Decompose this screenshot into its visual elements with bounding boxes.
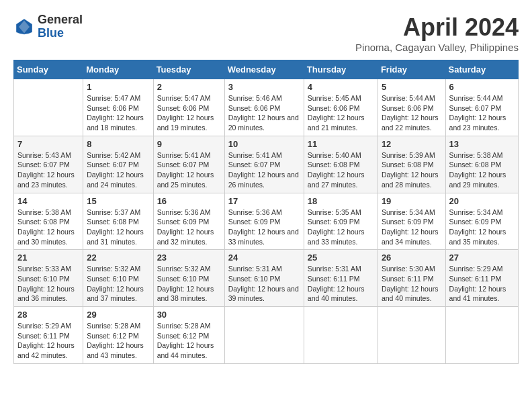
calendar-cell: 5Sunrise: 5:44 AM Sunset: 6:06 PM Daylig…	[378, 79, 445, 136]
calendar-cell: 24Sunrise: 5:31 AM Sunset: 6:10 PM Dayli…	[224, 250, 304, 307]
calendar-cell: 14Sunrise: 5:38 AM Sunset: 6:08 PM Dayli…	[14, 193, 83, 250]
column-header-sunday: Sunday	[14, 60, 83, 79]
cell-info: Sunrise: 5:47 AM Sunset: 6:06 PM Dayligh…	[87, 93, 149, 133]
week-row: 21Sunrise: 5:33 AM Sunset: 6:10 PM Dayli…	[14, 250, 519, 307]
cell-info: Sunrise: 5:30 AM Sunset: 6:11 PM Dayligh…	[382, 264, 442, 304]
calendar-cell: 22Sunrise: 5:32 AM Sunset: 6:10 PM Dayli…	[83, 250, 153, 307]
week-row: 14Sunrise: 5:38 AM Sunset: 6:08 PM Dayli…	[14, 193, 519, 250]
calendar-cell: 19Sunrise: 5:34 AM Sunset: 6:09 PM Dayli…	[378, 193, 445, 250]
logo-text: General Blue	[38, 13, 83, 40]
cell-info: Sunrise: 5:39 AM Sunset: 6:08 PM Dayligh…	[382, 150, 442, 190]
calendar-cell: 26Sunrise: 5:30 AM Sunset: 6:11 PM Dayli…	[378, 250, 445, 307]
day-number: 7	[17, 139, 79, 149]
calendar-cell	[378, 307, 445, 364]
calendar-cell	[14, 79, 83, 136]
column-header-monday: Monday	[83, 60, 153, 79]
day-number: 24	[228, 253, 300, 263]
logo-blue: Blue	[38, 27, 83, 40]
cell-info: Sunrise: 5:31 AM Sunset: 6:10 PM Dayligh…	[228, 264, 300, 304]
day-number: 23	[157, 253, 221, 263]
day-number: 9	[157, 139, 221, 149]
title-section: April 2024 Pinoma, Cagayan Valley, Phili…	[355, 13, 519, 53]
cell-info: Sunrise: 5:36 AM Sunset: 6:09 PM Dayligh…	[228, 208, 300, 247]
cell-info: Sunrise: 5:38 AM Sunset: 6:08 PM Dayligh…	[449, 150, 515, 190]
cell-info: Sunrise: 5:34 AM Sunset: 6:09 PM Dayligh…	[382, 208, 442, 247]
day-number: 10	[228, 139, 300, 149]
calendar-cell: 21Sunrise: 5:33 AM Sunset: 6:10 PM Dayli…	[14, 250, 83, 307]
cell-info: Sunrise: 5:34 AM Sunset: 6:09 PM Dayligh…	[449, 208, 515, 247]
day-number: 6	[449, 82, 515, 92]
cell-info: Sunrise: 5:36 AM Sunset: 6:09 PM Dayligh…	[157, 208, 221, 247]
column-header-tuesday: Tuesday	[153, 60, 224, 79]
cell-info: Sunrise: 5:40 AM Sunset: 6:08 PM Dayligh…	[308, 150, 374, 190]
cell-info: Sunrise: 5:29 AM Sunset: 6:11 PM Dayligh…	[449, 264, 515, 304]
cell-info: Sunrise: 5:45 AM Sunset: 6:06 PM Dayligh…	[308, 93, 374, 133]
calendar-cell: 16Sunrise: 5:36 AM Sunset: 6:09 PM Dayli…	[153, 193, 224, 250]
calendar-cell: 17Sunrise: 5:36 AM Sunset: 6:09 PM Dayli…	[224, 193, 304, 250]
calendar-cell: 6Sunrise: 5:44 AM Sunset: 6:07 PM Daylig…	[445, 79, 518, 136]
day-number: 25	[308, 253, 374, 263]
day-number: 26	[382, 253, 442, 263]
day-number: 30	[157, 310, 221, 320]
logo-icon	[13, 16, 35, 38]
calendar-cell: 7Sunrise: 5:43 AM Sunset: 6:07 PM Daylig…	[14, 136, 83, 193]
logo-general: General	[38, 13, 83, 27]
day-number: 21	[17, 253, 79, 263]
week-row: 7Sunrise: 5:43 AM Sunset: 6:07 PM Daylig…	[14, 136, 519, 193]
day-number: 16	[157, 196, 221, 206]
day-number: 4	[308, 82, 374, 92]
cell-info: Sunrise: 5:32 AM Sunset: 6:10 PM Dayligh…	[87, 264, 149, 304]
cell-info: Sunrise: 5:38 AM Sunset: 6:08 PM Dayligh…	[17, 208, 79, 247]
calendar-cell	[304, 307, 378, 364]
cell-info: Sunrise: 5:44 AM Sunset: 6:06 PM Dayligh…	[382, 93, 442, 133]
calendar-cell: 9Sunrise: 5:41 AM Sunset: 6:07 PM Daylig…	[153, 136, 224, 193]
cell-info: Sunrise: 5:35 AM Sunset: 6:09 PM Dayligh…	[308, 208, 374, 247]
day-number: 20	[449, 196, 515, 206]
calendar-cell: 20Sunrise: 5:34 AM Sunset: 6:09 PM Dayli…	[445, 193, 518, 250]
column-header-thursday: Thursday	[304, 60, 378, 79]
calendar-table: SundayMondayTuesdayWednesdayThursdayFrid…	[13, 60, 519, 364]
day-number: 18	[308, 196, 374, 206]
calendar-cell: 25Sunrise: 5:31 AM Sunset: 6:11 PM Dayli…	[304, 250, 378, 307]
day-number: 3	[228, 82, 300, 92]
location: Pinoma, Cagayan Valley, Philippines	[355, 42, 519, 53]
cell-info: Sunrise: 5:44 AM Sunset: 6:07 PM Dayligh…	[449, 93, 515, 133]
month-title: April 2024	[355, 13, 519, 42]
calendar-cell: 23Sunrise: 5:32 AM Sunset: 6:10 PM Dayli…	[153, 250, 224, 307]
calendar-cell: 3Sunrise: 5:46 AM Sunset: 6:06 PM Daylig…	[224, 79, 304, 136]
calendar-cell: 13Sunrise: 5:38 AM Sunset: 6:08 PM Dayli…	[445, 136, 518, 193]
day-number: 15	[87, 196, 149, 206]
day-number: 19	[382, 196, 442, 206]
day-number: 17	[228, 196, 300, 206]
cell-info: Sunrise: 5:46 AM Sunset: 6:06 PM Dayligh…	[228, 93, 300, 133]
calendar-cell: 30Sunrise: 5:28 AM Sunset: 6:12 PM Dayli…	[153, 307, 224, 364]
day-number: 14	[17, 196, 79, 206]
day-number: 5	[382, 82, 442, 92]
cell-info: Sunrise: 5:33 AM Sunset: 6:10 PM Dayligh…	[17, 264, 79, 304]
cell-info: Sunrise: 5:43 AM Sunset: 6:07 PM Dayligh…	[17, 150, 79, 190]
column-header-saturday: Saturday	[445, 60, 518, 79]
calendar-cell: 11Sunrise: 5:40 AM Sunset: 6:08 PM Dayli…	[304, 136, 378, 193]
week-row: 1Sunrise: 5:47 AM Sunset: 6:06 PM Daylig…	[14, 79, 519, 136]
calendar-cell: 12Sunrise: 5:39 AM Sunset: 6:08 PM Dayli…	[378, 136, 445, 193]
day-number: 1	[87, 82, 149, 92]
cell-info: Sunrise: 5:41 AM Sunset: 6:07 PM Dayligh…	[157, 150, 221, 190]
logo: General Blue	[13, 13, 83, 40]
cell-info: Sunrise: 5:29 AM Sunset: 6:11 PM Dayligh…	[17, 321, 79, 361]
cell-info: Sunrise: 5:32 AM Sunset: 6:10 PM Dayligh…	[157, 264, 221, 304]
calendar-cell: 28Sunrise: 5:29 AM Sunset: 6:11 PM Dayli…	[14, 307, 83, 364]
calendar-cell: 1Sunrise: 5:47 AM Sunset: 6:06 PM Daylig…	[83, 79, 153, 136]
calendar-cell: 8Sunrise: 5:42 AM Sunset: 6:07 PM Daylig…	[83, 136, 153, 193]
calendar-cell	[224, 307, 304, 364]
calendar-cell: 10Sunrise: 5:41 AM Sunset: 6:07 PM Dayli…	[224, 136, 304, 193]
day-number: 11	[308, 139, 374, 149]
cell-info: Sunrise: 5:31 AM Sunset: 6:11 PM Dayligh…	[308, 264, 374, 304]
column-header-wednesday: Wednesday	[224, 60, 304, 79]
cell-info: Sunrise: 5:47 AM Sunset: 6:06 PM Dayligh…	[157, 93, 221, 133]
page-header: General Blue April 2024 Pinoma, Cagayan …	[13, 13, 519, 53]
calendar-cell: 29Sunrise: 5:28 AM Sunset: 6:12 PM Dayli…	[83, 307, 153, 364]
day-number: 12	[382, 139, 442, 149]
calendar-cell: 27Sunrise: 5:29 AM Sunset: 6:11 PM Dayli…	[445, 250, 518, 307]
day-number: 8	[87, 139, 149, 149]
day-number: 13	[449, 139, 515, 149]
